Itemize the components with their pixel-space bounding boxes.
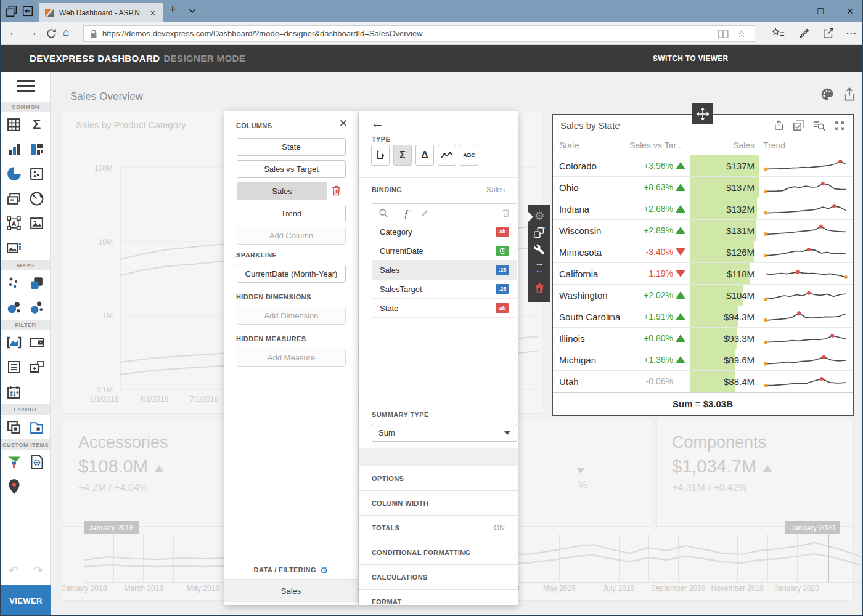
field-row-salestarget[interactable]: SalesTarget.25 (372, 280, 517, 299)
toolbox-menu-icon[interactable] (1, 72, 50, 102)
range-start-flag[interactable]: January 2018 (84, 521, 139, 534)
webpage-icon[interactable] (25, 450, 48, 474)
search-icon[interactable] (378, 208, 388, 218)
section-options[interactable]: OPTIONS (359, 466, 518, 491)
summary-type-select[interactable]: Sum (372, 424, 517, 442)
refresh-icon[interactable] (46, 28, 57, 39)
gauge-icon[interactable] (25, 186, 48, 211)
treeview-icon[interactable] (25, 355, 48, 379)
column-button-sales-vs-target[interactable]: Sales vs Target (237, 160, 346, 178)
export-dashboard-icon[interactable] (842, 87, 857, 102)
window-close-button[interactable]: ✕ (836, 0, 863, 22)
data-filtering-gear-icon[interactable]: ⚙ (320, 565, 328, 575)
home-icon[interactable]: ⌂ (63, 26, 69, 39)
address-bar[interactable]: https://demos.devexpress.com/Dashboard/?… (83, 25, 755, 42)
switch-to-viewer-button[interactable]: SWITCH TO VIEWER (653, 54, 729, 63)
bubble-map-icon[interactable] (25, 295, 48, 320)
grid-icon[interactable] (2, 112, 25, 137)
browser-tab[interactable]: Web Dashboard - ASP.N × (39, 3, 163, 22)
window-minimize-button[interactable]: — (777, 0, 805, 22)
edit-pencil-icon[interactable] (420, 208, 430, 217)
settings-ellipsis-icon[interactable]: ⋯ (846, 27, 856, 40)
image-icon[interactable] (25, 211, 48, 235)
textbox-icon[interactable]: A (2, 211, 25, 235)
delta-type-button[interactable]: Δ (415, 145, 434, 166)
column-button-trend[interactable]: Trend (237, 205, 346, 222)
swap-arrows-icon[interactable]: →← (535, 257, 544, 274)
card-components[interactable]: Components $1,034.7M +4.31M / +0.42% (656, 419, 854, 527)
export-item-icon[interactable] (773, 120, 785, 131)
delete-item-trash-icon[interactable] (534, 280, 545, 296)
grid-column-header[interactable]: State (553, 140, 624, 150)
multi-select-icon[interactable] (793, 120, 804, 131)
measure-sum-type-button[interactable]: Σ (393, 145, 412, 166)
field-row-category[interactable]: Categoryab (372, 222, 517, 241)
text-type-button[interactable]: ABC (460, 145, 478, 166)
tab-list-chevron-icon[interactable] (189, 9, 196, 14)
section-totals[interactable]: TOTALSON (359, 516, 518, 540)
move-item-handle[interactable] (692, 103, 713, 124)
section-calculations[interactable]: CALCULATIONS (359, 565, 518, 590)
delete-field-icon[interactable] (502, 208, 510, 217)
card-icon[interactable] (2, 186, 25, 211)
add-dimension-button[interactable]: Add Dimension (237, 307, 346, 325)
maximize-item-icon[interactable] (834, 120, 845, 131)
add-measure-button[interactable]: Add Measure (237, 349, 346, 367)
close-panel-icon[interactable]: ✕ (339, 117, 348, 130)
url-text[interactable]: https://demos.devexpress.com/Dashboard/?… (102, 29, 718, 38)
field-row-sales[interactable]: Sales.25 (372, 261, 517, 280)
column-button-sales[interactable]: Sales (237, 182, 327, 200)
share-icon[interactable] (822, 27, 835, 39)
sparkline-field-button[interactable]: CurrentDate (Month-Year) (237, 265, 346, 283)
listbox-icon[interactable] (2, 355, 25, 379)
annotate-pen-icon[interactable] (798, 27, 811, 39)
bound-image-icon[interactable] (2, 235, 25, 260)
range-start-pole[interactable] (84, 534, 84, 582)
scatter-icon[interactable] (25, 161, 48, 186)
pie-map-icon[interactable] (2, 295, 25, 320)
grid-column-header[interactable]: Trend (759, 140, 853, 150)
window-maximize-button[interactable]: ☐ (806, 0, 835, 22)
inspect-data-icon[interactable] (812, 120, 826, 131)
convert-item-icon[interactable] (533, 224, 546, 241)
data-source-item[interactable]: Sales (224, 579, 358, 602)
tab-close-icon[interactable]: × (148, 8, 158, 18)
sparkline-type-button[interactable] (438, 145, 456, 166)
back-arrow-icon[interactable]: ← (371, 116, 384, 131)
date-filter-icon[interactable] (2, 379, 25, 404)
geopoint-map-icon[interactable] (2, 270, 25, 295)
field-row-state[interactable]: Stateab (372, 299, 517, 318)
undo-icon[interactable]: ↶ (9, 563, 19, 578)
edit-wrench-icon[interactable] (534, 241, 545, 257)
map-pin-icon[interactable] (2, 474, 25, 499)
range-end-flag[interactable]: January 2020 (785, 521, 840, 534)
reading-view-icon[interactable] (718, 30, 729, 38)
favorite-star-icon[interactable]: ☆ (737, 28, 746, 39)
back-button[interactable]: ← (9, 26, 19, 39)
group-icon[interactable] (2, 415, 25, 439)
tab-container-icon[interactable] (25, 415, 48, 439)
grid-column-header[interactable]: Sales (690, 140, 759, 150)
add-column-button[interactable]: Add Column (237, 227, 346, 245)
forward-button[interactable]: → (27, 26, 38, 39)
chart-icon[interactable] (2, 137, 25, 161)
section-conditional-formatting[interactable]: CONDITIONAL FORMATTING (359, 540, 518, 565)
pie-icon[interactable] (2, 161, 25, 186)
section-column-width[interactable]: COLUMN WIDTH (359, 491, 518, 516)
field-row-currentdate[interactable]: CurrentDate (372, 241, 517, 261)
viewer-button[interactable]: VIEWER (1, 585, 51, 616)
treemap-icon[interactable] (25, 137, 48, 161)
redo-icon[interactable]: ↷ (33, 563, 44, 578)
item-options-gear-icon[interactable]: ⚙ (534, 208, 544, 224)
choropleth-map-icon[interactable] (25, 270, 48, 295)
remove-column-trash-icon[interactable] (332, 185, 341, 198)
range-end-pole[interactable] (828, 534, 829, 582)
pivot-icon[interactable]: Σ (25, 112, 48, 137)
favorites-bar-icon[interactable] (772, 27, 785, 39)
range-filter-icon[interactable] (2, 330, 25, 355)
column-button-state[interactable]: State (237, 138, 346, 156)
color-scheme-icon[interactable] (820, 87, 835, 102)
new-tab-button[interactable]: + (169, 2, 176, 17)
add-calculated-field-icon[interactable]: ƒ+ (404, 207, 413, 219)
tabs-aside-icon[interactable] (21, 4, 35, 18)
